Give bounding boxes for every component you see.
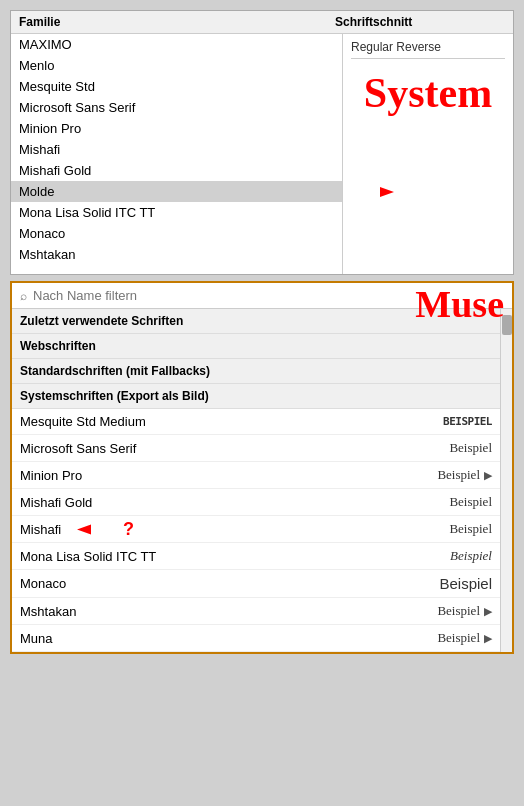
font-row-preview: Beispiel [432, 548, 492, 564]
top-font-item[interactable]: Mona Lisa Solid ITC TT [11, 202, 342, 223]
muse-preview-text: Muse [415, 285, 504, 323]
font-row-name: Mishafi Gold [20, 495, 432, 510]
top-font-panel: Familie Schriftschnitt MAXIMOMenloMesqui… [10, 10, 514, 275]
font-row-name: Minion Pro [20, 468, 420, 483]
font-row-name: Monaco [20, 576, 432, 591]
font-row[interactable]: Minion ProBeispiel▶ [12, 462, 500, 489]
red-arrow-icon: ? [77, 519, 134, 540]
font-row[interactable]: Mona Lisa Solid ITC TTBeispiel [12, 543, 500, 570]
top-font-item[interactable]: Mishafi [11, 139, 342, 160]
font-row-name: Microsoft Sans Serif [20, 441, 432, 456]
font-row-preview: Beispiel [420, 603, 480, 619]
font-row[interactable]: ?MishafiBeispiel [12, 516, 500, 543]
font-row-preview: Beispiel [432, 440, 492, 456]
font-row-preview: BEISPIEL [432, 415, 492, 428]
section-header: Systemschriften (Export als Bild) [12, 384, 500, 409]
section-header: Webschriften [12, 334, 500, 359]
top-font-item[interactable]: Microsoft Sans Serif [11, 97, 342, 118]
font-row-preview: Beispiel [432, 494, 492, 510]
font-row[interactable]: MunaBeispiel▶ [12, 625, 500, 652]
font-row-name: Mshtakan [20, 604, 420, 619]
top-font-item[interactable]: Mshtakan [11, 244, 342, 265]
top-font-list: MAXIMOMenloMesquite StdMicrosoft Sans Se… [11, 34, 343, 274]
font-row-preview: Beispiel [432, 521, 492, 537]
top-font-item[interactable]: Minion Pro [11, 118, 342, 139]
svg-marker-1 [77, 524, 121, 534]
top-font-item[interactable]: Mesquite Std [11, 76, 342, 97]
font-row-name: Mona Lisa Solid ITC TT [20, 549, 432, 564]
font-row-name: Muna [20, 631, 420, 646]
font-row[interactable]: MshtakanBeispiel▶ [12, 598, 500, 625]
font-row-name: Mesquite Std Medium [20, 414, 432, 429]
font-row-preview: Beispiel [420, 467, 480, 483]
font-row[interactable]: Mesquite Std MediumBEISPIEL [12, 409, 500, 435]
top-font-item[interactable]: Menlo [11, 55, 342, 76]
font-row[interactable]: MonacoBeispiel [12, 570, 500, 598]
search-bar: ⌕ Muse [12, 283, 512, 309]
submenu-arrow-icon: ▶ [484, 632, 492, 645]
col-familie-label: Familie [19, 15, 335, 29]
question-mark-icon: ? [123, 519, 134, 540]
search-icon: ⌕ [20, 289, 27, 303]
font-table: Zuletzt verwendete SchriftenWebschriften… [12, 309, 512, 652]
bottom-font-panel: ⌕ Muse Zuletzt verwendete SchriftenWebsc… [10, 281, 514, 654]
top-font-item[interactable]: Mishafi Gold [11, 160, 342, 181]
font-row-preview: Beispiel [432, 575, 492, 592]
font-row[interactable]: Microsoft Sans SerifBeispiel [12, 435, 500, 462]
top-panel-body: MAXIMOMenloMesquite StdMicrosoft Sans Se… [11, 34, 513, 274]
top-font-item[interactable]: Molde [11, 181, 342, 202]
top-font-item[interactable]: MAXIMO [11, 34, 342, 55]
font-row-preview: Beispiel [420, 630, 480, 646]
top-right-panel: Regular Reverse System [343, 34, 513, 274]
submenu-arrow-icon: ▶ [484, 605, 492, 618]
system-preview-text: System [351, 69, 505, 117]
scrollbar[interactable] [500, 309, 512, 652]
section-header: Standardschriften (mit Fallbacks) [12, 359, 500, 384]
font-row[interactable]: Mishafi GoldBeispiel [12, 489, 500, 516]
style-label: Regular Reverse [351, 40, 505, 59]
submenu-arrow-icon: ▶ [484, 469, 492, 482]
top-panel-header: Familie Schriftschnitt [11, 11, 513, 34]
font-table-left: Zuletzt verwendete SchriftenWebschriften… [12, 309, 500, 652]
top-font-item[interactable]: Monaco [11, 223, 342, 244]
col-schrift-label: Schriftschnitt [335, 15, 505, 29]
